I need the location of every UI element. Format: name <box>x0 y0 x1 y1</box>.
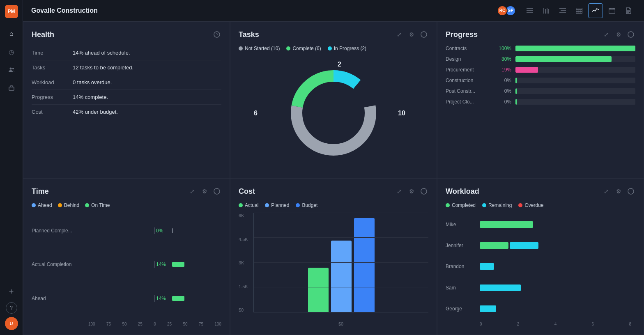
svg-point-33 <box>628 32 634 37</box>
page-title: Govalle Construction <box>31 7 490 14</box>
sidebar-item-briefcase[interactable] <box>4 80 19 95</box>
tasks-panel: Tasks ⤢ ⚙ Not Started (10) <box>230 21 437 178</box>
sidebar-item-users[interactable] <box>4 62 19 77</box>
time-row-actual: Actual Completion 14% <box>32 261 221 268</box>
legend-dot-ahead <box>32 203 36 207</box>
workload-row-sam: Sam <box>446 285 635 291</box>
progress-bar-fill-procurement <box>515 67 538 73</box>
workload-help-btn[interactable] <box>626 187 635 196</box>
workload-axis: 0 2 4 6 8 <box>446 322 635 326</box>
time-panel: Time ⤢ ⚙ Ahead Behind <box>23 178 230 335</box>
progress-pct-procurement: 19% <box>495 67 511 73</box>
progress-name-project-clo: Project Clo... <box>446 99 491 105</box>
workload-bar-remaining-brandon <box>480 263 494 270</box>
legend-dot-not-started <box>239 46 243 50</box>
cost-legend-label-budget: Budget <box>302 202 317 208</box>
progress-name-contracts: Contracts <box>446 46 491 51</box>
donut-label-in-progress: 2 <box>338 61 341 68</box>
health-help-btn[interactable]: ? <box>212 30 221 39</box>
cost-legend-label-actual: Actual <box>245 202 258 208</box>
avatar-rc[interactable]: RC <box>497 5 508 16</box>
progress-help-btn[interactable] <box>626 30 635 39</box>
workload-legend-label-completed: Completed <box>452 202 476 208</box>
time-legend: Ahead Behind On Time <box>32 202 221 208</box>
cost-help-btn[interactable] <box>419 187 428 196</box>
time-legend-behind: Behind <box>58 202 79 208</box>
toolbar-calendar-btn[interactable] <box>605 3 619 18</box>
time-bars-planned: 0% <box>88 227 221 234</box>
time-axis-25-left: 25 <box>138 322 143 326</box>
health-row-tasks: Tasks 12 tasks to be completed. <box>32 60 221 75</box>
workload-name-brandon: Brandon <box>446 264 476 269</box>
tasks-help-btn[interactable] <box>419 30 428 39</box>
progress-bar-bg-procurement <box>515 67 635 73</box>
progress-row-post-constr: Post Constr... 0% <box>446 88 635 94</box>
workload-bars-brandon <box>480 263 635 270</box>
workload-bars-jennifer <box>480 242 635 249</box>
donut-label-complete: 6 <box>254 110 258 117</box>
tasks-panel-actions: ⤢ ⚙ <box>395 30 428 39</box>
cost-legend: Actual Planned Budget <box>239 202 428 208</box>
health-label-time: Time <box>32 50 73 56</box>
toolbar-chart-btn[interactable] <box>588 3 603 18</box>
toolbar-doc-btn[interactable] <box>621 3 636 18</box>
cost-grid-2 <box>254 262 428 263</box>
progress-bar-fill-design <box>515 56 612 62</box>
health-label-progress: Progress <box>32 94 73 100</box>
health-label-cost: Cost <box>32 109 73 115</box>
progress-row-design: Design 80% <box>446 56 635 62</box>
cost-legend-budget: Budget <box>296 202 317 208</box>
cost-bar-actual <box>308 268 329 312</box>
cost-expand-btn[interactable]: ⤢ <box>395 187 404 196</box>
progress-pct-post-constr: 0% <box>495 88 511 94</box>
progress-expand-btn[interactable]: ⤢ <box>602 30 611 39</box>
time-panel-title: Time <box>32 187 188 196</box>
time-settings-btn[interactable]: ⚙ <box>200 187 209 196</box>
workload-expand-btn[interactable]: ⤢ <box>602 187 611 196</box>
time-axis-0: 0 <box>154 322 156 326</box>
time-label-planned: Planned Comple... <box>32 228 85 234</box>
workload-axis-2: 2 <box>517 322 520 326</box>
legend-dot-budget <box>296 203 300 207</box>
cost-grid-3 <box>254 237 428 238</box>
progress-bar-fill-project-clo <box>515 99 517 105</box>
tasks-expand-btn[interactable]: ⤢ <box>395 30 404 39</box>
workload-legend-label-overdue: Overdue <box>524 202 543 208</box>
progress-panel-title: Progress <box>446 30 602 39</box>
time-expand-btn[interactable]: ⤢ <box>188 187 197 196</box>
workload-settings-btn[interactable]: ⚙ <box>614 187 623 196</box>
tasks-settings-btn[interactable]: ⚙ <box>407 30 416 39</box>
toolbar-bars-btn[interactable] <box>539 3 554 18</box>
toolbar-list-btn[interactable] <box>522 3 537 18</box>
legend-dot-in-progress <box>328 46 332 50</box>
app-logo[interactable]: PM <box>5 5 18 18</box>
progress-pct-construction: 0% <box>495 78 511 83</box>
health-panel-actions: ? <box>212 30 221 39</box>
sidebar-help-button[interactable]: ? <box>6 302 17 314</box>
time-help-btn[interactable] <box>212 187 221 196</box>
workload-bar-remaining-george <box>480 305 496 312</box>
svg-rect-13 <box>576 8 582 13</box>
toolbar-align-btn[interactable] <box>555 3 570 18</box>
sidebar-add-button[interactable]: + <box>4 284 19 299</box>
progress-name-construction: Construction <box>446 78 491 83</box>
cost-settings-btn[interactable]: ⚙ <box>407 187 416 196</box>
progress-pct-project-clo: 0% <box>495 99 511 105</box>
workload-bar-completed-mike <box>480 221 533 228</box>
header: Govalle Construction RC GP <box>23 0 644 21</box>
workload-name-sam: Sam <box>446 285 476 291</box>
toolbar-table-btn[interactable] <box>572 3 586 18</box>
workload-panel: Workload ⤢ ⚙ Completed Remaining <box>437 178 644 335</box>
donut-chart: 2 6 10 <box>239 56 428 170</box>
progress-settings-btn[interactable]: ⚙ <box>614 30 623 39</box>
sidebar-item-clock[interactable]: ◷ <box>4 44 19 59</box>
time-axis-100-right: 100 <box>214 322 221 326</box>
header-avatars: RC GP <box>497 5 516 16</box>
sidebar-item-home[interactable]: ⌂ <box>4 26 19 41</box>
health-value-tasks: 12 tasks to be completed. <box>73 64 133 71</box>
progress-row-project-clo: Project Clo... 0% <box>446 99 635 105</box>
svg-point-29 <box>421 32 427 37</box>
tasks-panel-header: Tasks ⤢ ⚙ <box>239 30 428 39</box>
time-legend-label-behind: Behind <box>64 202 79 208</box>
sidebar-user-avatar[interactable]: U <box>5 317 18 330</box>
